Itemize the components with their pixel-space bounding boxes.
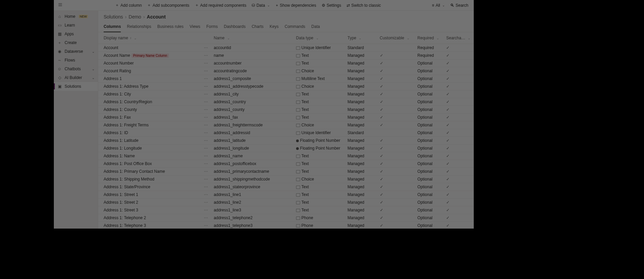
table-row[interactable]: Address 1: Street 3⋯address1_line3TextMa… xyxy=(98,206,474,214)
row-more-button[interactable]: ⋯ xyxy=(204,223,208,228)
header-type[interactable]: Type ⌄ xyxy=(345,32,377,44)
row-more-button[interactable]: ⋯ xyxy=(204,45,208,50)
table-row[interactable]: Address 1: Telephone 3⋯address1_telephon… xyxy=(98,222,474,229)
table-row[interactable]: Address 1: Telephone 2⋯address1_telephon… xyxy=(98,214,474,222)
row-more-button[interactable]: ⋯ xyxy=(204,123,208,127)
tab-dashboards[interactable]: Dashboards xyxy=(224,22,246,32)
tab-views[interactable]: Views xyxy=(189,22,200,32)
cell-name: address1_addressid xyxy=(214,130,250,135)
settings-button[interactable]: ⚙ Settings xyxy=(319,2,344,9)
row-more-button[interactable]: ⋯ xyxy=(204,192,208,197)
nav-solutions[interactable]: ▣ Solutions xyxy=(54,82,98,91)
row-more-button[interactable]: ⋯ xyxy=(204,92,208,96)
check-icon: ✓ xyxy=(446,61,450,66)
table-row[interactable]: Address 1: ID⋯address1_addressidUnique I… xyxy=(98,129,474,137)
table-row[interactable]: Account Number⋯accountnumberTextManaged✓… xyxy=(98,59,474,67)
row-more-button[interactable]: ⋯ xyxy=(204,84,208,89)
table-row[interactable]: Address 1: County⋯address1_countyTextMan… xyxy=(98,106,474,114)
hamburger-menu[interactable] xyxy=(57,1,64,9)
row-more-button[interactable]: ⋯ xyxy=(204,185,208,189)
table-row[interactable]: Address 1: Name⋯address1_nameTextManaged… xyxy=(98,152,474,160)
add-column-button[interactable]: ＋ Add column xyxy=(112,1,144,9)
breadcrumb-demo[interactable]: Demo xyxy=(129,14,141,19)
table-row[interactable]: Address 1: Address Type⋯address1_address… xyxy=(98,83,474,90)
tab-data[interactable]: Data xyxy=(311,22,320,32)
cell-display-name: Address 1: ID xyxy=(104,130,128,135)
tab-commands[interactable]: Commands xyxy=(285,22,305,32)
nav-apps[interactable]: ▦ Apps xyxy=(54,30,98,38)
nav-create[interactable]: ＋ Create xyxy=(54,38,98,47)
show-dependencies-button[interactable]: ⚬ Show dependencies xyxy=(273,2,319,9)
tab-keys[interactable]: Keys xyxy=(270,22,279,32)
table-row[interactable]: Address 1: Freight Terms⋯address1_freigh… xyxy=(98,121,474,129)
table-row[interactable]: Account NamePrimary Name Column⋯nameText… xyxy=(98,52,474,59)
row-more-button[interactable]: ⋯ xyxy=(204,107,208,112)
cell-type: Managed xyxy=(348,123,364,127)
add-subcomponents-button[interactable]: ＋ Add subcomponents xyxy=(144,1,192,9)
tab-columns[interactable]: Columns xyxy=(104,22,121,32)
tab-forms[interactable]: Forms xyxy=(206,22,218,32)
table-row[interactable]: Account Rating⋯accountratingcodeChoiceMa… xyxy=(98,67,474,75)
table-row[interactable]: Address 1: Post Office Box⋯address1_post… xyxy=(98,160,474,168)
datatype-icon xyxy=(296,155,300,158)
row-more-button[interactable]: ⋯ xyxy=(204,161,208,166)
nav-dataverse[interactable]: ◉ Dataverse ⌄ xyxy=(54,47,98,56)
cell-name: address1_county xyxy=(214,107,244,112)
data-button[interactable]: ⛁ Data ⌄ xyxy=(249,2,272,9)
tab-business-rules[interactable]: Business rules xyxy=(157,22,183,32)
row-more-button[interactable]: ⋯ xyxy=(204,146,208,151)
table-row[interactable]: Address 1: Street 1⋯address1_line1TextMa… xyxy=(98,191,474,199)
nav-flows[interactable]: ～ Flows xyxy=(54,56,98,65)
search-button[interactable]: 🔍︎ Search xyxy=(448,2,471,9)
breadcrumb-solutions[interactable]: Solutions xyxy=(104,14,123,19)
nav-chatbots[interactable]: ☺ Chatbots ⌄ xyxy=(54,65,98,73)
cell-data-type: Text xyxy=(301,208,309,212)
nav-home[interactable]: ⌂ Home NEW xyxy=(54,12,98,21)
row-more-button[interactable]: ⋯ xyxy=(204,208,208,212)
row-more-button[interactable]: ⋯ xyxy=(204,169,208,174)
table-row[interactable]: Address 1: Primary Contact Name⋯address1… xyxy=(98,168,474,175)
add-required-button[interactable]: ＋ Add required components xyxy=(192,1,249,9)
columns-table-wrap[interactable]: Display name ↑ ⌄ Name ⌄ Data type xyxy=(98,32,474,229)
row-more-button[interactable]: ⋯ xyxy=(204,99,208,104)
table-row[interactable]: Address 1: State/Province⋯address1_state… xyxy=(98,183,474,191)
table-row[interactable]: Address 1: Street 2⋯address1_line2TextMa… xyxy=(98,199,474,206)
header-required[interactable]: Required ⌄ xyxy=(415,32,444,44)
header-searchable[interactable]: Searcha… ⌄ xyxy=(443,32,474,44)
row-more-button[interactable]: ⋯ xyxy=(204,69,208,73)
row-more-button[interactable]: ⋯ xyxy=(204,138,208,143)
nav-ai-builder[interactable]: ◇ AI Builder ⌄ xyxy=(54,73,98,82)
tab-charts[interactable]: Charts xyxy=(252,22,263,32)
row-more-button[interactable]: ⋯ xyxy=(204,76,208,81)
app-window: ＋ Add column ＋ Add subcomponents ＋ Add r… xyxy=(54,0,474,229)
row-more-button[interactable]: ⋯ xyxy=(204,177,208,182)
table-row[interactable]: Account⋯accountidUnique IdentifierStanda… xyxy=(98,44,474,52)
header-name[interactable]: Name ⌄ xyxy=(211,32,293,44)
nav-learn[interactable]: ▭ Learn xyxy=(54,21,98,30)
row-more-button[interactable]: ⋯ xyxy=(204,53,208,58)
row-more-button[interactable]: ⋯ xyxy=(204,215,208,220)
table-row[interactable]: Address 1: Fax⋯address1_faxTextManaged✓O… xyxy=(98,114,474,121)
header-customizable[interactable]: Customizable ⌄ xyxy=(377,32,415,44)
row-more-button[interactable]: ⋯ xyxy=(204,200,208,205)
table-row[interactable]: Address 1: Latitude⋯address1_latitudeFlo… xyxy=(98,137,474,145)
check-icon: ✓ xyxy=(380,215,383,220)
table-row[interactable]: Address 1⋯address1_compositeMultiline Te… xyxy=(98,75,474,83)
row-more-button[interactable]: ⋯ xyxy=(204,130,208,135)
cell-data-type: Choice xyxy=(301,123,314,127)
apps-icon: ▦ xyxy=(57,32,62,36)
switch-classic-button[interactable]: ⇄ Switch to classic xyxy=(344,2,384,9)
tab-relationships[interactable]: Relationships xyxy=(127,22,151,32)
table-row[interactable]: Address 1: City⋯address1_cityTextManaged… xyxy=(98,90,474,98)
table-row[interactable]: Address 1: Shipping Method⋯address1_ship… xyxy=(98,175,474,183)
table-row[interactable]: Address 1: Longitude⋯address1_longitudeF… xyxy=(98,145,474,152)
header-display-name[interactable]: Display name ↑ ⌄ xyxy=(98,32,201,44)
cell-name: address1_telephone3 xyxy=(214,223,252,228)
row-more-button[interactable]: ⋯ xyxy=(204,154,208,158)
row-more-button[interactable]: ⋯ xyxy=(204,61,208,66)
table-row[interactable]: Address 1: Country/Region⋯address1_count… xyxy=(98,98,474,106)
cell-required: Optional xyxy=(418,223,433,228)
row-more-button[interactable]: ⋯ xyxy=(204,115,208,120)
filter-all-button[interactable]: ≡ All ⌄ xyxy=(429,2,448,9)
header-data-type[interactable]: Data type ⌄ xyxy=(293,32,345,44)
